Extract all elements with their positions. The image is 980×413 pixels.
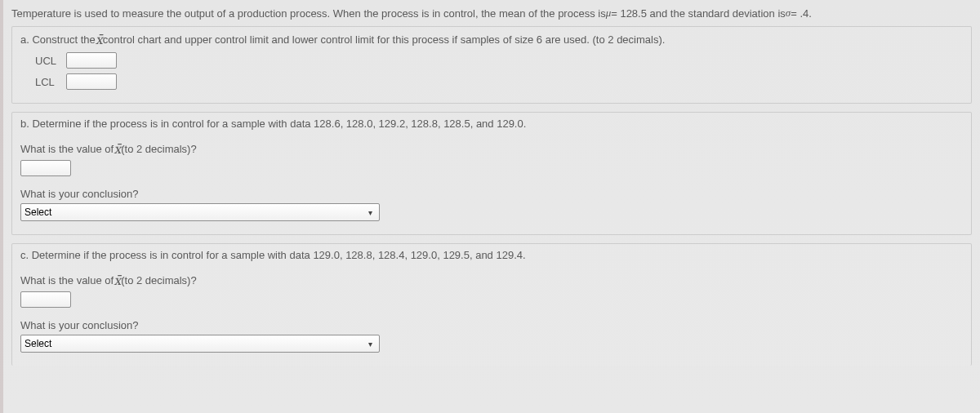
c-value-input[interactable] xyxy=(20,291,71,308)
xbar-symbol-b: x̄ xyxy=(114,141,121,157)
xbar-symbol-a: x̄ xyxy=(96,32,103,47)
intro-part3: = .4. xyxy=(791,7,812,20)
c-value-row xyxy=(20,291,963,308)
c-valq-pre: What is the value of xyxy=(20,274,114,286)
c-value-question: What is the value of x̄ (to 2 decimals)? xyxy=(20,273,963,288)
lcl-input[interactable] xyxy=(66,73,117,90)
b-value-input[interactable] xyxy=(20,160,71,176)
intro-part1: Temperature is used to measure the outpu… xyxy=(11,7,606,20)
c-conclusion-question: What is your conclusion? xyxy=(20,319,963,331)
a-post: control chart and upper control limit an… xyxy=(103,33,666,46)
intro-part2: = 128.5 and the standard deviation is xyxy=(611,7,786,20)
part-a: a. Construct the x̄ control chart and up… xyxy=(11,26,972,104)
part-c: c. Determine if the process is in contro… xyxy=(11,243,972,366)
part-b-prompt: b. Determine if the process is in contro… xyxy=(20,118,963,130)
b-conclusion-select[interactable]: Select xyxy=(20,203,380,221)
xbar-symbol-c: x̄ xyxy=(114,273,121,288)
c-conclusion-select[interactable]: Select xyxy=(20,335,380,353)
b-conclusion-question: What is your conclusion? xyxy=(20,188,963,200)
part-c-prompt: c. Determine if the process is in contro… xyxy=(20,249,963,261)
c-valq-post: (to 2 decimals)? xyxy=(121,274,196,286)
part-b: b. Determine if the process is in contro… xyxy=(11,112,972,235)
c-conclusion-row: Select ▾ xyxy=(20,335,963,353)
ucl-label: UCL xyxy=(35,55,60,67)
b-value-question: What is the value of x̄ (to 2 decimals)? xyxy=(20,141,963,157)
intro-text: Temperature is used to measure the outpu… xyxy=(11,5,972,20)
lcl-label: LCL xyxy=(35,76,60,88)
b-conclusion-row: Select ▾ xyxy=(20,203,963,221)
lcl-row: LCL xyxy=(35,73,963,90)
b-valq-pre: What is the value of xyxy=(20,143,114,155)
question-page: Temperature is used to measure the outpu… xyxy=(0,0,980,413)
ucl-row: UCL xyxy=(35,52,963,69)
a-pre: a. Construct the xyxy=(20,33,96,46)
part-a-prompt: a. Construct the x̄ control chart and up… xyxy=(20,32,963,47)
ucl-input[interactable] xyxy=(66,52,117,69)
b-valq-post: (to 2 decimals)? xyxy=(121,143,196,155)
b-value-row xyxy=(20,160,963,176)
